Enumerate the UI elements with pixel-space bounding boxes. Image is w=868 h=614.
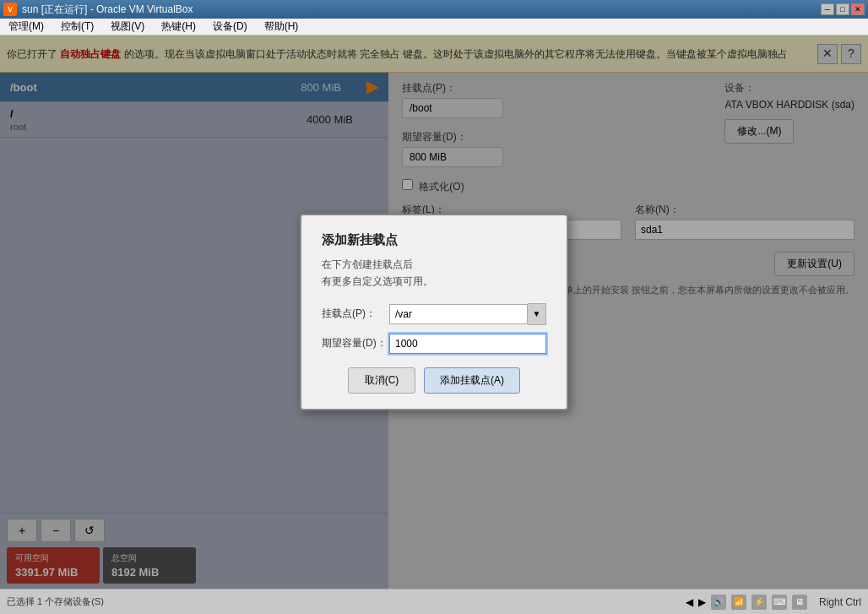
window-title: sun [正在运行] - Oracle VM VirtualBox	[22, 3, 193, 17]
modal-cancel-button[interactable]: 取消(C)	[348, 367, 415, 394]
menu-help[interactable]: 帮助(H)	[261, 18, 302, 35]
modal-overlay: 添加新挂载点 在下方创建挂载点后 有更多自定义选项可用。 挂载点(P)： ▼ 期…	[0, 35, 868, 589]
app-icon: V	[3, 3, 17, 16]
menu-device[interactable]: 设备(D)	[209, 18, 251, 35]
window-controls: ─ □ ✕	[821, 3, 865, 15]
modal-mount-point-label: 挂载点(P)：	[322, 307, 389, 321]
tray-icon-2[interactable]: 📶	[731, 595, 746, 610]
menu-bar: 管理(M) 控制(T) 视图(V) 热键(H) 设备(D) 帮助(H)	[0, 19, 868, 35]
minimize-button[interactable]: ─	[821, 3, 834, 15]
tray-icon-1[interactable]: 🔊	[711, 595, 726, 610]
nav-right-icon[interactable]: ▶	[698, 596, 706, 608]
maximize-button[interactable]: □	[836, 3, 849, 15]
close-button[interactable]: ✕	[851, 3, 865, 15]
title-bar: V sun [正在运行] - Oracle VM VirtualBox ─ □ …	[0, 0, 868, 19]
tray-icon-4[interactable]: ⌨	[772, 595, 787, 610]
modal-description: 在下方创建挂载点后 有更多自定义选项可用。	[322, 257, 546, 289]
modal-expected-size-label: 期望容量(D)：	[322, 336, 389, 350]
modal-mount-point-input[interactable]	[389, 304, 528, 324]
tray-icon-5[interactable]: 🖥	[792, 595, 807, 610]
menu-manage[interactable]: 管理(M)	[5, 18, 47, 35]
modal-add-mount-point: 添加新挂载点 在下方创建挂载点后 有更多自定义选项可用。 挂载点(P)： ▼ 期…	[300, 214, 568, 410]
right-ctrl-label: Right Ctrl	[819, 596, 861, 608]
menu-control[interactable]: 控制(T)	[57, 18, 97, 35]
modal-expected-size-input[interactable]	[389, 334, 546, 354]
dropdown-arrow-icon[interactable]: ▼	[528, 303, 546, 325]
modal-title: 添加新挂载点	[322, 232, 546, 248]
menu-view[interactable]: 视图(V)	[107, 18, 148, 35]
tray-icon-3[interactable]: ⚡	[751, 595, 767, 610]
menu-hotkey[interactable]: 热键(H)	[158, 18, 199, 35]
modal-add-button[interactable]: 添加挂载点(A)	[424, 367, 520, 394]
status-bar: 已选择 1 个存储设备(S) ◀ ▶ 🔊 📶 ⚡ ⌨ 🖥 Right Ctrl	[0, 589, 868, 614]
nav-left-icon[interactable]: ◀	[686, 596, 693, 608]
status-left-text: 已选择 1 个存储设备(S)	[7, 595, 104, 608]
